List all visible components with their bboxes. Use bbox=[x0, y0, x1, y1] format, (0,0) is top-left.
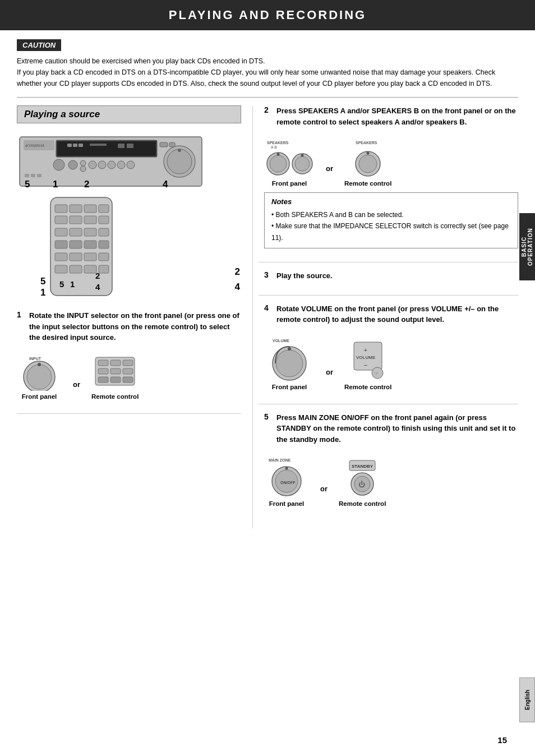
step-4-or: or bbox=[326, 368, 333, 376]
step-1: 1 Rotate the INPUT selector on the front… bbox=[17, 310, 241, 414]
svg-text:INPUT: INPUT bbox=[29, 357, 41, 361]
svg-text:1: 1 bbox=[70, 279, 75, 289]
note-1: • Both SPEAKERS A and B can be selected. bbox=[271, 209, 511, 220]
step-5-front-label: Front panel bbox=[269, 500, 305, 507]
svg-rect-52 bbox=[99, 265, 109, 273]
svg-text:4: 4 bbox=[95, 282, 100, 292]
step-4-remote-label: Remote control bbox=[344, 384, 391, 390]
svg-rect-69 bbox=[110, 377, 121, 382]
step-5-number: 5 bbox=[264, 412, 273, 421]
svg-rect-62 bbox=[98, 360, 108, 366]
speakers-front-svg: SPEAKERS A B bbox=[264, 139, 315, 178]
svg-point-13 bbox=[80, 160, 86, 166]
step-3: 3 Play the source. bbox=[259, 270, 518, 296]
svg-text:STANDBY: STANDBY bbox=[352, 464, 373, 469]
label-2-front: 2 bbox=[84, 179, 89, 190]
caution-text: Extreme caution should be exercised when… bbox=[17, 56, 518, 98]
svg-rect-70 bbox=[123, 377, 133, 382]
step-4-remote-panel: + VOLUME – ☞ Remote control bbox=[344, 336, 391, 390]
step-4-front-label: Front panel bbox=[272, 384, 307, 390]
step-3-number: 3 bbox=[264, 270, 273, 279]
svg-rect-25 bbox=[25, 174, 29, 177]
step-2-front-label: Front panel bbox=[272, 180, 307, 187]
step-5: 5 Press MAIN ZONE ON/OFF on the front pa… bbox=[259, 412, 518, 521]
svg-text:VOLUME: VOLUME bbox=[356, 355, 376, 360]
volume-front-svg: VOLUME bbox=[264, 336, 315, 381]
step-5-diagrams: MAIN ZONE ON/OFF Front panel or bbox=[264, 456, 518, 507]
svg-rect-47 bbox=[84, 253, 96, 261]
svg-point-82 bbox=[367, 152, 370, 155]
speakers-remote-svg: SPEAKERS bbox=[351, 139, 385, 178]
svg-rect-44 bbox=[99, 241, 109, 248]
svg-rect-7 bbox=[79, 144, 83, 147]
svg-rect-24 bbox=[169, 142, 175, 147]
svg-rect-23 bbox=[160, 142, 168, 147]
svg-rect-41 bbox=[55, 241, 67, 248]
svg-rect-5 bbox=[67, 144, 72, 147]
svg-rect-4 bbox=[57, 141, 156, 156]
svg-rect-36 bbox=[99, 216, 109, 224]
svg-rect-34 bbox=[70, 216, 82, 224]
sidebar-tab: BASIC OPERATION bbox=[519, 213, 535, 280]
step-2-or: or bbox=[326, 164, 333, 173]
svg-text:+: + bbox=[364, 347, 367, 353]
volume-remote-svg: + VOLUME – ☞ bbox=[348, 336, 388, 381]
page-title: PLAYING AND RECORDING bbox=[0, 0, 535, 30]
svg-rect-51 bbox=[84, 265, 96, 273]
step-5-remote-panel: STANDBY ⏻ Remote control bbox=[339, 456, 386, 507]
svg-rect-64 bbox=[123, 360, 133, 366]
svg-point-12 bbox=[68, 160, 77, 169]
input-remote-svg bbox=[93, 354, 137, 391]
svg-point-11 bbox=[53, 159, 64, 170]
step-3-text: Play the source. bbox=[276, 270, 333, 282]
svg-point-14 bbox=[80, 166, 86, 172]
svg-text:SPEAKERS: SPEAKERS bbox=[267, 141, 289, 145]
svg-rect-37 bbox=[55, 228, 67, 236]
english-tab: English bbox=[519, 677, 535, 722]
step-2-diagrams: SPEAKERS A B Front panel bbox=[264, 139, 518, 187]
input-selector-svg: INPUT bbox=[17, 354, 62, 391]
step-1-text: Rotate the INPUT selector on the front p… bbox=[29, 310, 241, 343]
section-heading: Playing a source bbox=[17, 105, 241, 123]
label-4-front: 4 bbox=[163, 179, 168, 190]
standby-remote-svg: STANDBY ⏻ bbox=[343, 456, 382, 498]
page-number: 15 bbox=[497, 735, 507, 745]
step-2-number: 2 bbox=[264, 105, 273, 114]
svg-rect-67 bbox=[123, 368, 133, 374]
label-5-front: 5 bbox=[25, 179, 30, 190]
svg-rect-26 bbox=[31, 174, 35, 177]
svg-rect-49 bbox=[55, 265, 67, 273]
svg-rect-10 bbox=[127, 144, 133, 148]
step-5-front-panel: MAIN ZONE ON/OFF Front panel bbox=[264, 456, 309, 507]
front-panel-diagram: ⊕YAMAHA bbox=[17, 132, 207, 191]
svg-point-59 bbox=[27, 365, 52, 389]
notes-title: Notes bbox=[271, 197, 511, 206]
label-1-front: 1 bbox=[53, 179, 58, 190]
step-1-or: or bbox=[73, 380, 80, 389]
svg-rect-31 bbox=[84, 205, 96, 213]
svg-point-60 bbox=[38, 363, 41, 366]
svg-text:SPEAKERS: SPEAKERS bbox=[356, 141, 377, 145]
svg-point-16 bbox=[98, 161, 106, 169]
label-1-remote: 1 bbox=[40, 287, 45, 298]
notes-box: Notes • Both SPEAKERS A and B can be sel… bbox=[264, 192, 518, 248]
step-2: 2 Press SPEAKERS A and/or SPEAKERS B on … bbox=[259, 105, 518, 262]
svg-rect-9 bbox=[118, 144, 124, 148]
svg-text:ON/OFF: ON/OFF bbox=[280, 481, 296, 485]
svg-rect-65 bbox=[98, 368, 108, 374]
step-5-or: or bbox=[320, 485, 328, 493]
svg-point-78 bbox=[301, 154, 304, 157]
svg-rect-38 bbox=[70, 228, 82, 236]
left-column: Playing a source ⊕YAMAHA bbox=[17, 105, 252, 528]
step-1-remote-panel: Remote control bbox=[91, 354, 139, 400]
svg-point-77 bbox=[295, 156, 310, 171]
svg-rect-33 bbox=[55, 216, 67, 224]
svg-rect-29 bbox=[55, 205, 67, 213]
label-4-remote: 4 bbox=[235, 282, 240, 293]
svg-text:2: 2 bbox=[95, 271, 100, 280]
svg-point-97 bbox=[285, 467, 288, 470]
svg-rect-32 bbox=[99, 205, 109, 213]
step-1-number: 1 bbox=[17, 310, 26, 319]
svg-rect-6 bbox=[73, 144, 77, 147]
svg-point-15 bbox=[89, 161, 96, 169]
